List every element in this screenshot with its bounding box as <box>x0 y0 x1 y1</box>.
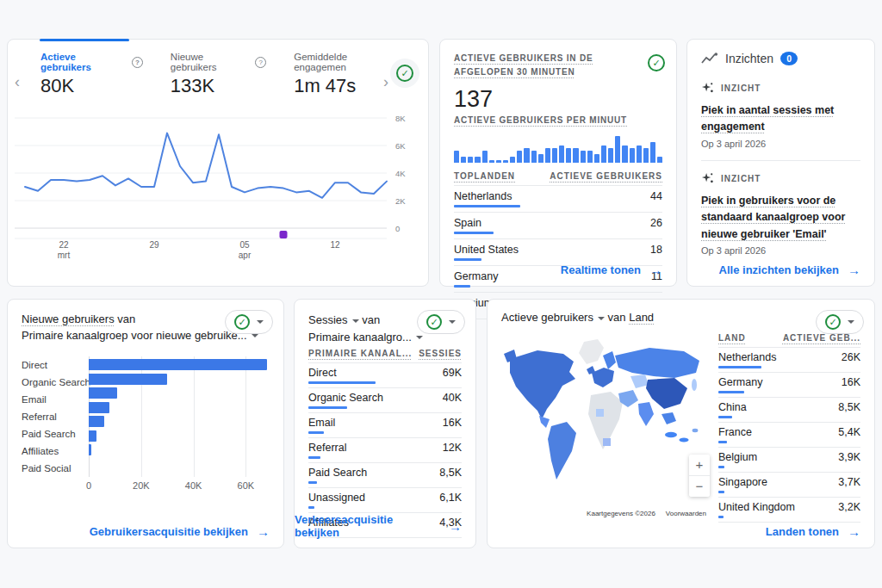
svg-text:6K: 6K <box>395 141 406 151</box>
minute-bar <box>454 151 459 163</box>
channel-bar <box>89 402 109 413</box>
metric-tab-value: 133K <box>171 75 266 97</box>
user-acquisition-link[interactable]: Gebruikersacquisitie bekijken <box>90 524 270 539</box>
insights-count-badge[interactable]: 0 <box>780 52 798 65</box>
row-name: Germany <box>718 376 762 388</box>
insight-kicker: INZICHT <box>721 174 761 183</box>
table-row: Belgium 3,9K <box>718 448 860 473</box>
row-name: Germany <box>454 270 498 282</box>
metric-tab[interactable]: Actieve gebruikers 80K <box>40 52 143 97</box>
dimension-selector[interactable]: Land <box>629 311 654 324</box>
minute-bar <box>531 151 537 163</box>
progress-bar <box>454 205 520 207</box>
map-zoom-controls: + − <box>689 455 710 497</box>
column-header: ACTIEVE GEBRUIKERS <box>550 171 662 181</box>
row-name: Direct <box>308 367 337 379</box>
chevron-left-icon[interactable]: ‹ <box>15 74 20 90</box>
dimension-selector[interactable]: Primaire kanaalgro... <box>308 331 423 344</box>
svg-text:apr: apr <box>239 251 252 260</box>
data-quality-dropdown[interactable] <box>417 310 465 334</box>
table-row: Referral 12K <box>308 438 462 463</box>
zoom-out-button[interactable]: − <box>689 476 710 497</box>
metric-selector[interactable]: Actieve gebruikers <box>501 311 605 324</box>
minute-bar <box>496 160 501 163</box>
chevron-right-icon[interactable]: › <box>383 74 388 90</box>
minute-bar <box>545 148 550 163</box>
row-value: 3,2K <box>838 501 860 513</box>
insight-item[interactable]: INZICHT Piek in aantal sessies met engag… <box>701 71 860 160</box>
check-icon <box>825 314 841 330</box>
category-label: Organic Search <box>22 374 89 391</box>
realtime-link[interactable]: Realtime tonen <box>561 263 662 277</box>
insight-date: Op 3 april 2026 <box>701 139 860 149</box>
category-label: Email <box>22 391 89 408</box>
progress-bar <box>718 366 761 368</box>
metric-tab-label: Actieve gebruikers <box>40 52 127 72</box>
minute-bar <box>650 142 655 163</box>
row-name: United Kingdom <box>718 501 795 513</box>
card-title: Actieve gebruikers van Land <box>501 310 860 326</box>
row-name: Paid Search <box>308 467 367 479</box>
minute-bar <box>630 148 635 163</box>
metric-selector[interactable]: Sessies <box>308 313 359 326</box>
row-value: 69K <box>443 367 462 379</box>
svg-text:22: 22 <box>59 240 69 250</box>
world-map[interactable]: + − Kaartgegevens ©2026 Voorwaarden <box>501 333 711 523</box>
data-quality-button[interactable] <box>390 59 419 88</box>
zoom-in-button[interactable]: + <box>689 455 710 476</box>
x-axis: 020K40K60K <box>89 480 285 494</box>
all-insights-link[interactable]: Alle inzichten bekijken <box>719 263 860 277</box>
countries-table: Netherlands 26K Germany 16K China 8,5K F… <box>718 348 860 523</box>
metric-tab-value: 80K <box>40 75 143 97</box>
metric-tab-label: Nieuwe gebruikers <box>171 52 251 72</box>
progress-bar <box>718 516 724 518</box>
minute-bar <box>552 148 557 163</box>
row-value: 18 <box>650 244 662 256</box>
minute-bar <box>657 157 662 163</box>
caret-down-icon <box>257 320 264 324</box>
progress-bar <box>308 506 314 509</box>
svg-text:0: 0 <box>395 224 400 233</box>
table-header: LAND ACTIEVE GEB... <box>718 333 860 348</box>
row-name: Referral <box>308 442 346 454</box>
progress-bar <box>308 431 324 434</box>
metric-tab[interactable]: Nieuwe gebruikers 133K <box>171 52 266 97</box>
category-label: Affiliates <box>22 443 89 460</box>
dimension-selector[interactable]: Primaire kanaalgroep voor nieuwe gebruik… <box>22 329 258 342</box>
channel-bar <box>89 387 117 399</box>
x-tick-label: 20K <box>133 480 150 491</box>
insight-kicker: INZICHT <box>721 84 761 93</box>
progress-bar <box>718 466 724 468</box>
help-icon[interactable] <box>255 57 266 68</box>
minute-bar <box>594 154 599 163</box>
svg-text:12: 12 <box>330 240 340 250</box>
insights-title: Inzichten <box>725 52 773 65</box>
table-row: Email 16K <box>308 413 462 438</box>
insight-item[interactable]: INZICHT Piek in gebruikers voor de stand… <box>701 160 860 267</box>
table-row: Direct 69K <box>308 363 462 388</box>
minute-bar <box>517 151 522 163</box>
data-quality-dropdown[interactable] <box>816 310 864 334</box>
caret-down-icon <box>848 320 854 324</box>
data-quality-button[interactable] <box>643 50 669 76</box>
column-header: SESSIES <box>419 349 462 358</box>
row-name: Singapore <box>718 476 767 488</box>
help-icon[interactable] <box>132 57 143 68</box>
analytics-dashboard: ‹ Actieve gebruikers 80K Nieuwe gebruike… <box>0 0 882 588</box>
world-map-svg <box>501 333 711 505</box>
metric-selector[interactable]: Nieuwe gebruikers <box>22 313 115 325</box>
minute-bar <box>468 157 473 163</box>
x-tick-label: 0 <box>86 480 91 491</box>
caret-down-icon <box>449 320 456 324</box>
category-label: Paid Social <box>22 460 89 477</box>
show-countries-link[interactable]: Landen tonen <box>766 524 860 539</box>
progress-bar <box>308 456 320 459</box>
minute-bar <box>566 148 571 163</box>
category-label: Paid Search <box>22 425 89 443</box>
svg-text:05: 05 <box>239 240 250 250</box>
data-quality-dropdown[interactable] <box>225 310 273 334</box>
channel-bar <box>89 430 96 442</box>
map-terms-link[interactable]: Voorwaarden <box>666 510 706 517</box>
traffic-acquisition-link[interactable]: Verkeersacquisitie bekijken <box>295 513 462 539</box>
minute-bar <box>587 151 593 163</box>
